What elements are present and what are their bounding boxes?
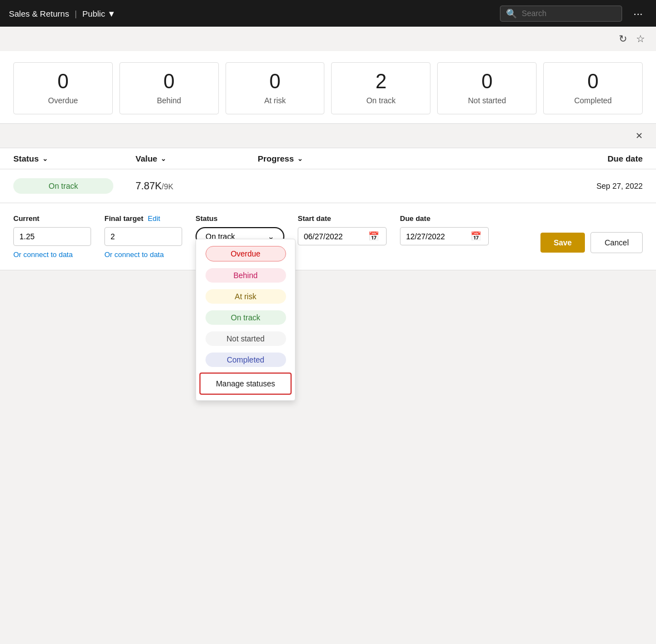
col-progress-header[interactable]: Progress ⌄ — [258, 154, 554, 163]
pill-overdue[interactable]: Overdue — [206, 246, 286, 261]
current-input[interactable] — [13, 227, 91, 246]
edit-panel: Current Or connect to data Final target … — [0, 203, 656, 270]
col-status-header[interactable]: Status ⌄ — [13, 154, 136, 163]
final-target-label-row: Final target Edit — [104, 214, 182, 223]
pill-on-track[interactable]: On track — [206, 310, 286, 325]
progress-sort-icon: ⌄ — [297, 155, 303, 163]
not-started-label: Not started — [449, 96, 525, 105]
stat-card-completed[interactable]: 0 Completed — [543, 62, 643, 114]
start-date-input-wrap: 📅 — [298, 227, 387, 245]
search-icon: 🔍 — [506, 8, 517, 19]
cards-row: 0 Overdue 0 Behind 0 At risk 2 On track … — [13, 62, 643, 114]
final-target-input[interactable] — [104, 227, 182, 246]
current-label: Current — [13, 214, 91, 223]
behind-label: Behind — [131, 96, 207, 105]
manage-statuses-button[interactable]: Manage statuses — [199, 373, 292, 395]
start-date-input[interactable] — [304, 232, 365, 241]
nav-visibility[interactable]: Public ▼ — [82, 9, 116, 18]
row-duedate: Sep 27, 2022 — [554, 182, 643, 190]
col-value-header[interactable]: Value ⌄ — [136, 154, 258, 163]
refresh-icon[interactable]: ↻ — [619, 33, 627, 45]
due-date-calendar-icon[interactable]: 📅 — [470, 231, 482, 242]
chevron-down-icon: ▼ — [107, 9, 116, 18]
cancel-button[interactable]: Cancel — [590, 232, 643, 253]
completed-count: 0 — [555, 72, 631, 92]
search-input[interactable] — [522, 9, 616, 18]
due-date-input-wrap: 📅 — [400, 227, 489, 245]
more-options-button[interactable]: ··· — [629, 5, 647, 22]
filter-banner: ✕ — [0, 124, 656, 148]
nav-right: 🔍 ··· — [500, 5, 647, 22]
due-date-input[interactable] — [406, 232, 467, 241]
due-date-label: Due date — [400, 214, 489, 223]
status-sort-icon: ⌄ — [42, 155, 48, 163]
search-box[interactable]: 🔍 — [500, 6, 622, 22]
status-field-label: Status — [196, 214, 284, 223]
action-buttons: Save Cancel — [540, 232, 643, 253]
col-duedate-header: Due date — [554, 154, 643, 163]
dropdown-item-at-risk[interactable]: At risk — [196, 286, 295, 307]
behind-count: 0 — [131, 72, 207, 92]
stat-card-overdue[interactable]: 0 Overdue — [13, 62, 113, 114]
nav-title: Sales & Returns — [9, 9, 69, 18]
start-date-label: Start date — [298, 214, 387, 223]
dropdown-item-completed[interactable]: Completed — [196, 349, 295, 370]
edit-left-fields: Current Or connect to data Final target … — [13, 214, 540, 259]
top-navigation: Sales & Returns | Public ▼ 🔍 ··· — [0, 0, 656, 27]
at-risk-count: 0 — [237, 72, 313, 92]
connect-data-link-1[interactable]: Or connect to data — [13, 250, 91, 259]
save-button[interactable]: Save — [540, 233, 585, 253]
table-row[interactable]: On track 7.87K/9K Sep 27, 2022 — [0, 169, 656, 203]
final-target-label: Final target — [104, 214, 143, 223]
current-field-group: Current Or connect to data — [13, 214, 91, 259]
pill-completed[interactable]: Completed — [206, 353, 286, 367]
on-track-label: On track — [343, 96, 419, 105]
stat-card-on-track[interactable]: 2 On track — [331, 62, 430, 114]
table-header: Status ⌄ Value ⌄ Progress ⌄ Due date — [0, 148, 656, 169]
edit-link[interactable]: Edit — [148, 214, 160, 223]
favorite-icon[interactable]: ☆ — [636, 33, 645, 45]
pill-not-started[interactable]: Not started — [206, 331, 286, 346]
not-started-count: 0 — [449, 72, 525, 92]
dropdown-item-behind[interactable]: Behind — [196, 265, 295, 286]
summary-section: 0 Overdue 0 Behind 0 At risk 2 On track … — [0, 51, 656, 124]
close-button[interactable]: ✕ — [635, 130, 643, 141]
pill-at-risk[interactable]: At risk — [206, 289, 286, 304]
dropdown-item-on-track[interactable]: On track — [196, 307, 295, 328]
due-date-field-group: Due date 📅 — [400, 214, 489, 245]
row-value: 7.87K/9K — [136, 180, 258, 192]
status-field-group: Status On track ⌄ Overdue Behind At risk — [196, 214, 284, 246]
status-badge: On track — [13, 178, 113, 194]
connect-data-link-2[interactable]: Or connect to data — [104, 250, 182, 259]
status-dropdown: Overdue Behind At risk On track Not star… — [196, 239, 296, 401]
completed-label: Completed — [555, 96, 631, 105]
start-date-field-group: Start date 📅 — [298, 214, 387, 245]
nav-divider: | — [74, 9, 77, 18]
overdue-label: Overdue — [25, 96, 101, 105]
at-risk-label: At risk — [237, 96, 313, 105]
nav-left: Sales & Returns | Public ▼ — [9, 9, 116, 18]
start-date-calendar-icon[interactable]: 📅 — [368, 231, 379, 242]
toolbar-row: ↻ ☆ — [0, 27, 656, 51]
stat-card-not-started[interactable]: 0 Not started — [437, 62, 537, 114]
final-target-field-group: Final target Edit Or connect to data — [104, 214, 182, 259]
dropdown-item-not-started[interactable]: Not started — [196, 328, 295, 349]
row-value-target: /9K — [162, 182, 173, 191]
on-track-count: 2 — [343, 72, 419, 92]
pill-behind[interactable]: Behind — [206, 268, 286, 283]
overdue-count: 0 — [25, 72, 101, 92]
stat-card-at-risk[interactable]: 0 At risk — [226, 62, 325, 114]
dropdown-item-overdue[interactable]: Overdue — [196, 243, 295, 265]
edit-panel-inner: Current Or connect to data Final target … — [13, 214, 643, 259]
row-status: On track — [13, 178, 136, 194]
value-sort-icon: ⌄ — [161, 155, 166, 163]
stat-card-behind[interactable]: 0 Behind — [119, 62, 219, 114]
